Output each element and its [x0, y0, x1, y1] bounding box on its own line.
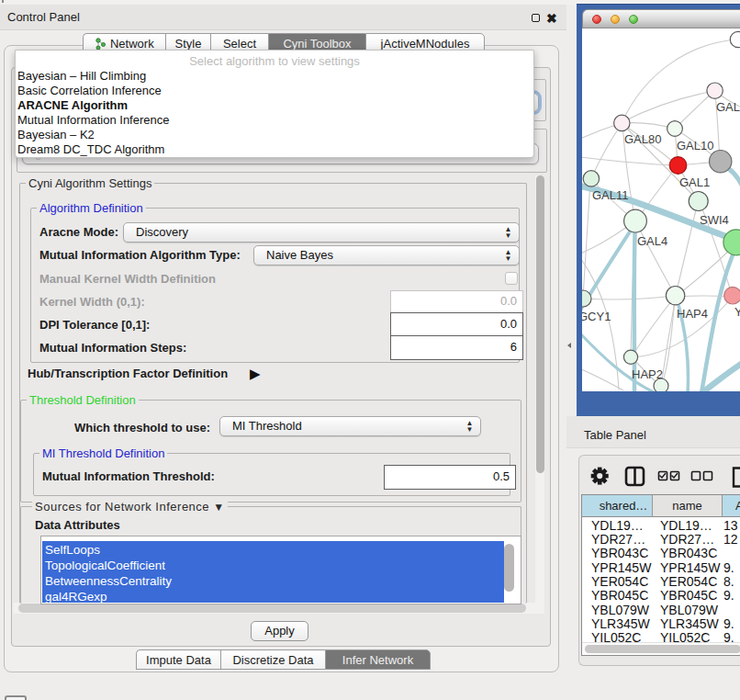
- svg-text:HAP4: HAP4: [677, 307, 708, 321]
- svg-text:HAP2: HAP2: [632, 367, 663, 381]
- svg-text:GAL7: GAL7: [716, 100, 740, 114]
- svg-text:GCY1: GCY1: [582, 310, 611, 323]
- svg-text:GAL1: GAL1: [679, 175, 710, 189]
- svg-text:GAL4: GAL4: [637, 234, 667, 248]
- svg-text:GAL80: GAL80: [624, 132, 661, 146]
- svg-text:Y: Y: [734, 305, 740, 319]
- svg-text:GAL10: GAL10: [677, 139, 713, 152]
- svg-text:SWI4: SWI4: [700, 213, 729, 227]
- svg-text:GAL11: GAL11: [592, 188, 629, 202]
